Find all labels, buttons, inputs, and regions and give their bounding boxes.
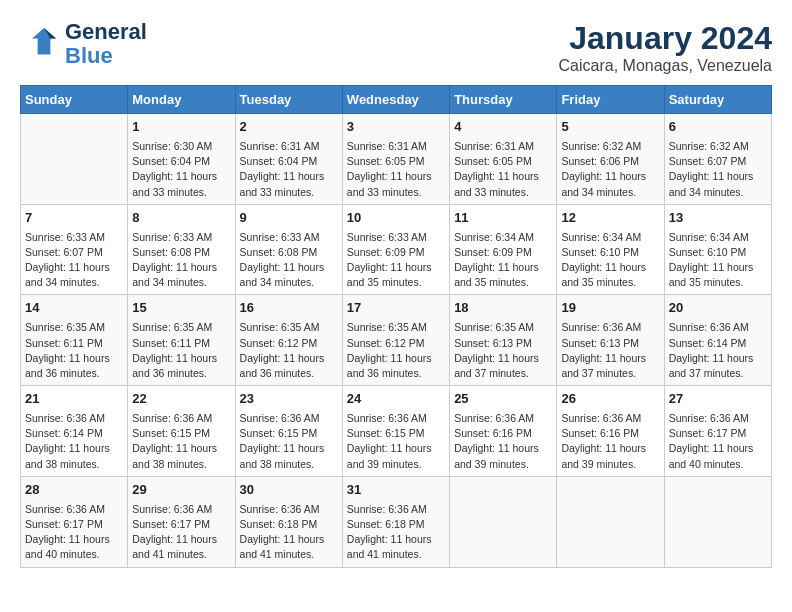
column-header-sunday: Sunday — [21, 86, 128, 114]
day-info: Sunrise: 6:33 AM Sunset: 6:09 PM Dayligh… — [347, 230, 445, 291]
day-number: 11 — [454, 209, 552, 228]
main-title: January 2024 — [559, 20, 772, 57]
calendar-cell: 10Sunrise: 6:33 AM Sunset: 6:09 PM Dayli… — [342, 204, 449, 295]
calendar-cell — [450, 476, 557, 567]
day-info: Sunrise: 6:36 AM Sunset: 6:14 PM Dayligh… — [669, 320, 767, 381]
calendar-cell: 25Sunrise: 6:36 AM Sunset: 6:16 PM Dayli… — [450, 386, 557, 477]
day-number: 22 — [132, 390, 230, 409]
week-row-1: 1Sunrise: 6:30 AM Sunset: 6:04 PM Daylig… — [21, 114, 772, 205]
day-info: Sunrise: 6:30 AM Sunset: 6:04 PM Dayligh… — [132, 139, 230, 200]
day-number: 24 — [347, 390, 445, 409]
calendar-cell: 27Sunrise: 6:36 AM Sunset: 6:17 PM Dayli… — [664, 386, 771, 477]
day-info: Sunrise: 6:33 AM Sunset: 6:08 PM Dayligh… — [240, 230, 338, 291]
day-number: 27 — [669, 390, 767, 409]
calendar-cell: 24Sunrise: 6:36 AM Sunset: 6:15 PM Dayli… — [342, 386, 449, 477]
week-row-5: 28Sunrise: 6:36 AM Sunset: 6:17 PM Dayli… — [21, 476, 772, 567]
logo-icon — [20, 24, 60, 64]
calendar-cell: 3Sunrise: 6:31 AM Sunset: 6:05 PM Daylig… — [342, 114, 449, 205]
day-info: Sunrise: 6:36 AM Sunset: 6:17 PM Dayligh… — [25, 502, 123, 563]
page-header: General Blue January 2024 Caicara, Monag… — [20, 20, 772, 75]
calendar-cell: 23Sunrise: 6:36 AM Sunset: 6:15 PM Dayli… — [235, 386, 342, 477]
day-info: Sunrise: 6:35 AM Sunset: 6:13 PM Dayligh… — [454, 320, 552, 381]
day-info: Sunrise: 6:36 AM Sunset: 6:15 PM Dayligh… — [132, 411, 230, 472]
column-header-thursday: Thursday — [450, 86, 557, 114]
day-number: 8 — [132, 209, 230, 228]
day-number: 28 — [25, 481, 123, 500]
day-info: Sunrise: 6:36 AM Sunset: 6:16 PM Dayligh… — [561, 411, 659, 472]
calendar-cell — [21, 114, 128, 205]
day-info: Sunrise: 6:36 AM Sunset: 6:16 PM Dayligh… — [454, 411, 552, 472]
day-info: Sunrise: 6:35 AM Sunset: 6:12 PM Dayligh… — [347, 320, 445, 381]
calendar-cell: 12Sunrise: 6:34 AM Sunset: 6:10 PM Dayli… — [557, 204, 664, 295]
calendar-cell: 20Sunrise: 6:36 AM Sunset: 6:14 PM Dayli… — [664, 295, 771, 386]
calendar-cell: 1Sunrise: 6:30 AM Sunset: 6:04 PM Daylig… — [128, 114, 235, 205]
svg-marker-0 — [32, 28, 56, 54]
logo-line1: General — [65, 20, 147, 44]
calendar-cell: 21Sunrise: 6:36 AM Sunset: 6:14 PM Dayli… — [21, 386, 128, 477]
subtitle: Caicara, Monagas, Venezuela — [559, 57, 772, 75]
day-number: 16 — [240, 299, 338, 318]
calendar-cell: 26Sunrise: 6:36 AM Sunset: 6:16 PM Dayli… — [557, 386, 664, 477]
calendar-cell: 16Sunrise: 6:35 AM Sunset: 6:12 PM Dayli… — [235, 295, 342, 386]
column-header-saturday: Saturday — [664, 86, 771, 114]
column-header-monday: Monday — [128, 86, 235, 114]
day-info: Sunrise: 6:36 AM Sunset: 6:15 PM Dayligh… — [347, 411, 445, 472]
calendar-cell: 19Sunrise: 6:36 AM Sunset: 6:13 PM Dayli… — [557, 295, 664, 386]
day-info: Sunrise: 6:31 AM Sunset: 6:05 PM Dayligh… — [347, 139, 445, 200]
day-number: 10 — [347, 209, 445, 228]
calendar-cell: 14Sunrise: 6:35 AM Sunset: 6:11 PM Dayli… — [21, 295, 128, 386]
day-number: 19 — [561, 299, 659, 318]
calendar-cell: 22Sunrise: 6:36 AM Sunset: 6:15 PM Dayli… — [128, 386, 235, 477]
calendar-cell: 11Sunrise: 6:34 AM Sunset: 6:09 PM Dayli… — [450, 204, 557, 295]
calendar-cell: 17Sunrise: 6:35 AM Sunset: 6:12 PM Dayli… — [342, 295, 449, 386]
day-number: 21 — [25, 390, 123, 409]
calendar-cell: 9Sunrise: 6:33 AM Sunset: 6:08 PM Daylig… — [235, 204, 342, 295]
logo-line2: Blue — [65, 44, 147, 68]
day-number: 20 — [669, 299, 767, 318]
day-info: Sunrise: 6:31 AM Sunset: 6:04 PM Dayligh… — [240, 139, 338, 200]
day-number: 9 — [240, 209, 338, 228]
day-number: 26 — [561, 390, 659, 409]
day-number: 14 — [25, 299, 123, 318]
logo: General Blue — [20, 20, 147, 68]
calendar-cell: 29Sunrise: 6:36 AM Sunset: 6:17 PM Dayli… — [128, 476, 235, 567]
calendar-cell: 8Sunrise: 6:33 AM Sunset: 6:08 PM Daylig… — [128, 204, 235, 295]
day-number: 1 — [132, 118, 230, 137]
calendar-cell: 2Sunrise: 6:31 AM Sunset: 6:04 PM Daylig… — [235, 114, 342, 205]
week-row-3: 14Sunrise: 6:35 AM Sunset: 6:11 PM Dayli… — [21, 295, 772, 386]
day-info: Sunrise: 6:36 AM Sunset: 6:17 PM Dayligh… — [669, 411, 767, 472]
day-number: 6 — [669, 118, 767, 137]
day-info: Sunrise: 6:32 AM Sunset: 6:06 PM Dayligh… — [561, 139, 659, 200]
day-number: 4 — [454, 118, 552, 137]
day-info: Sunrise: 6:33 AM Sunset: 6:07 PM Dayligh… — [25, 230, 123, 291]
calendar-body: 1Sunrise: 6:30 AM Sunset: 6:04 PM Daylig… — [21, 114, 772, 568]
week-row-4: 21Sunrise: 6:36 AM Sunset: 6:14 PM Dayli… — [21, 386, 772, 477]
day-info: Sunrise: 6:33 AM Sunset: 6:08 PM Dayligh… — [132, 230, 230, 291]
day-number: 3 — [347, 118, 445, 137]
calendar-cell — [557, 476, 664, 567]
day-number: 12 — [561, 209, 659, 228]
day-info: Sunrise: 6:34 AM Sunset: 6:10 PM Dayligh… — [561, 230, 659, 291]
day-info: Sunrise: 6:36 AM Sunset: 6:17 PM Dayligh… — [132, 502, 230, 563]
day-number: 5 — [561, 118, 659, 137]
calendar-cell: 5Sunrise: 6:32 AM Sunset: 6:06 PM Daylig… — [557, 114, 664, 205]
column-header-friday: Friday — [557, 86, 664, 114]
day-number: 15 — [132, 299, 230, 318]
day-info: Sunrise: 6:36 AM Sunset: 6:15 PM Dayligh… — [240, 411, 338, 472]
day-info: Sunrise: 6:35 AM Sunset: 6:11 PM Dayligh… — [25, 320, 123, 381]
calendar-cell: 13Sunrise: 6:34 AM Sunset: 6:10 PM Dayli… — [664, 204, 771, 295]
day-info: Sunrise: 6:31 AM Sunset: 6:05 PM Dayligh… — [454, 139, 552, 200]
day-info: Sunrise: 6:36 AM Sunset: 6:14 PM Dayligh… — [25, 411, 123, 472]
day-number: 7 — [25, 209, 123, 228]
day-number: 23 — [240, 390, 338, 409]
calendar-header-row: SundayMondayTuesdayWednesdayThursdayFrid… — [21, 86, 772, 114]
calendar-cell: 6Sunrise: 6:32 AM Sunset: 6:07 PM Daylig… — [664, 114, 771, 205]
calendar-cell: 4Sunrise: 6:31 AM Sunset: 6:05 PM Daylig… — [450, 114, 557, 205]
day-number: 2 — [240, 118, 338, 137]
calendar-cell: 28Sunrise: 6:36 AM Sunset: 6:17 PM Dayli… — [21, 476, 128, 567]
calendar-cell: 7Sunrise: 6:33 AM Sunset: 6:07 PM Daylig… — [21, 204, 128, 295]
day-info: Sunrise: 6:35 AM Sunset: 6:12 PM Dayligh… — [240, 320, 338, 381]
calendar-cell — [664, 476, 771, 567]
calendar-cell: 15Sunrise: 6:35 AM Sunset: 6:11 PM Dayli… — [128, 295, 235, 386]
day-info: Sunrise: 6:35 AM Sunset: 6:11 PM Dayligh… — [132, 320, 230, 381]
